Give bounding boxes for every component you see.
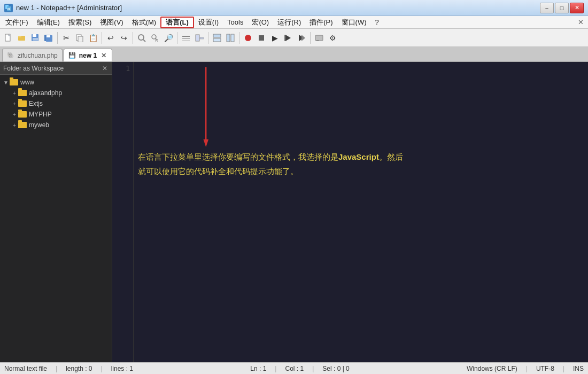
status-sel: Sel : 0 | 0 (322, 365, 349, 372)
folder-extjs-icon (18, 100, 27, 107)
tb-sep-2 (102, 32, 102, 44)
tb-sep-5 (208, 32, 208, 44)
menu-close-x[interactable]: ✕ (578, 18, 587, 26)
menu-plugins[interactable]: 插件(P) (305, 17, 337, 28)
editor-line-2: 就可以使用它的代码补全和代码提示功能了。 (138, 164, 584, 178)
status-lines: lines : 1 (111, 365, 133, 372)
tb-macro-stop[interactable] (255, 32, 268, 44)
tb-macro-run[interactable] (295, 32, 308, 44)
status-bar: Normal text file | length : 0 | lines : … (0, 362, 588, 374)
tb-macro-save[interactable] (282, 32, 295, 44)
tree-item-www[interactable]: ▼ www (0, 77, 112, 88)
tb-replace[interactable]: R (149, 32, 161, 44)
line-number-1: 1 (115, 64, 130, 72)
tb-zoom-in[interactable] (180, 32, 192, 44)
svg-point-15 (138, 35, 144, 40)
window-title: new 1 - Notepad++ [Administrator] (16, 4, 540, 12)
tb-findfiles[interactable]: 🔎 (162, 32, 175, 44)
editor-text-after-bold: 。然后 (379, 152, 403, 161)
menu-file[interactable]: 文件(F) (1, 17, 33, 28)
minimize-button[interactable]: − (540, 3, 554, 13)
status-col: Col : 1 (285, 365, 304, 372)
status-file-type: Normal text file (4, 365, 47, 372)
tb-redo[interactable]: ↪ (118, 32, 130, 44)
menu-language[interactable]: 语言(L) (160, 17, 194, 28)
menu-window[interactable]: 窗口(W) (337, 17, 371, 28)
tab-zifuchuan-label: zifuchuan.php (18, 52, 58, 59)
menu-view[interactable]: 视图(V) (96, 17, 127, 28)
tb-copy[interactable] (73, 32, 86, 44)
tree-item-myweb[interactable]: + myweb (0, 120, 112, 130)
svg-marker-38 (203, 139, 208, 147)
tb-sep-4 (177, 32, 177, 44)
svg-rect-26 (213, 38, 221, 42)
tree-label-extjs: Extjs (29, 100, 43, 107)
window-controls: − □ ✕ (540, 3, 584, 13)
tab-bar: 🐘 zifuchuan.php 💾 new 1 ✕ (0, 47, 588, 62)
tb-run-cmd[interactable]: _ (313, 32, 326, 44)
status-line-ending: Windows (CR LF) (467, 365, 517, 372)
editor-area[interactable]: 1 在语言下拉菜单里选择你要编写的文件格式，我选择的是JavaScript。然后… (112, 62, 588, 362)
tab-save-icon: 💾 (68, 52, 76, 59)
tb-saveall[interactable] (42, 32, 55, 44)
maximize-button[interactable]: □ (555, 3, 569, 13)
svg-rect-25 (213, 34, 221, 37)
tb-undo[interactable]: ↩ (104, 32, 117, 44)
menu-format[interactable]: 格式(M) (128, 17, 161, 28)
folder-myweb-icon (18, 122, 27, 128)
main-layout: Folder as Workspace ✕ ▼ www + ajaxandphp… (0, 62, 588, 362)
tb-save[interactable] (29, 32, 42, 44)
annotation-arrow (134, 62, 588, 362)
tb-zoom-out[interactable] (193, 32, 206, 44)
svg-rect-9 (33, 38, 38, 41)
tree-item-extjs[interactable]: + Extjs (0, 98, 112, 109)
folder-ajaxandphp-icon (18, 90, 27, 96)
expand-extjs-icon: + (11, 101, 18, 107)
tb-settings[interactable]: ⚙ (326, 32, 339, 44)
menu-search[interactable]: 搜索(S) (64, 17, 96, 28)
expand-myweb-icon: + (11, 122, 18, 128)
menu-edit[interactable]: 编辑(E) (33, 17, 64, 28)
tb-sync-h[interactable] (211, 32, 223, 44)
editor-text-before-bold: 在语言下拉菜单里选择你要编写的文件格式，我选择的是 (138, 152, 338, 161)
svg-rect-22 (182, 41, 190, 41)
tree-label-myphp: MYPHP (29, 111, 52, 118)
svg-rect-27 (227, 34, 230, 42)
tree-label-myweb: myweb (29, 121, 49, 129)
svg-text:_: _ (316, 36, 319, 41)
editor-text-bold: JavaScript (338, 152, 379, 161)
editor-line-1: 在语言下拉菜单里选择你要编写的文件格式，我选择的是JavaScript。然后 (138, 150, 584, 164)
tree-item-myphp[interactable]: + MYPHP (0, 109, 112, 120)
sidebar-close-button[interactable]: ✕ (101, 65, 109, 72)
tb-macro-play[interactable]: ▶ (268, 32, 281, 44)
tree-item-ajaxandphp[interactable]: + ajaxandphp (0, 88, 112, 98)
editor-content[interactable]: 在语言下拉菜单里选择你要编写的文件格式，我选择的是JavaScript。然后 就… (134, 62, 588, 362)
menu-run[interactable]: 运行(R) (273, 17, 305, 28)
svg-rect-21 (182, 38, 190, 39)
tab-new1-close[interactable]: ✕ (100, 52, 107, 59)
tb-open[interactable] (16, 32, 28, 44)
tb-sync-v[interactable] (224, 32, 237, 44)
menu-settings[interactable]: 设置(I) (194, 17, 223, 28)
tb-sep-7 (310, 32, 311, 44)
svg-point-29 (245, 35, 251, 41)
close-button[interactable]: ✕ (570, 3, 584, 13)
menu-macro[interactable]: 宏(O) (247, 17, 273, 28)
tb-find[interactable] (135, 32, 148, 44)
status-ins: INS (573, 365, 584, 372)
expand-myphp-icon: + (11, 112, 18, 118)
svg-rect-12 (47, 35, 50, 37)
tab-zifuchuan[interactable]: 🐘 zifuchuan.php (2, 49, 63, 61)
menu-help[interactable]: ? (371, 17, 383, 28)
tb-new[interactable] (2, 32, 15, 44)
tab-new1[interactable]: 💾 new 1 ✕ (64, 49, 112, 61)
tb-paste[interactable]: 📋 (87, 32, 99, 44)
tb-macro-rec[interactable] (242, 32, 254, 44)
svg-marker-31 (285, 35, 291, 41)
tb-cut[interactable]: ✂ (60, 32, 73, 44)
svg-rect-8 (33, 34, 36, 37)
menu-tools[interactable]: Tools (223, 17, 247, 28)
sidebar-header: Folder as Workspace ✕ (0, 62, 112, 75)
app-icon: N (4, 4, 13, 12)
title-bar: N new 1 - Notepad++ [Administrator] − □ … (0, 0, 588, 16)
